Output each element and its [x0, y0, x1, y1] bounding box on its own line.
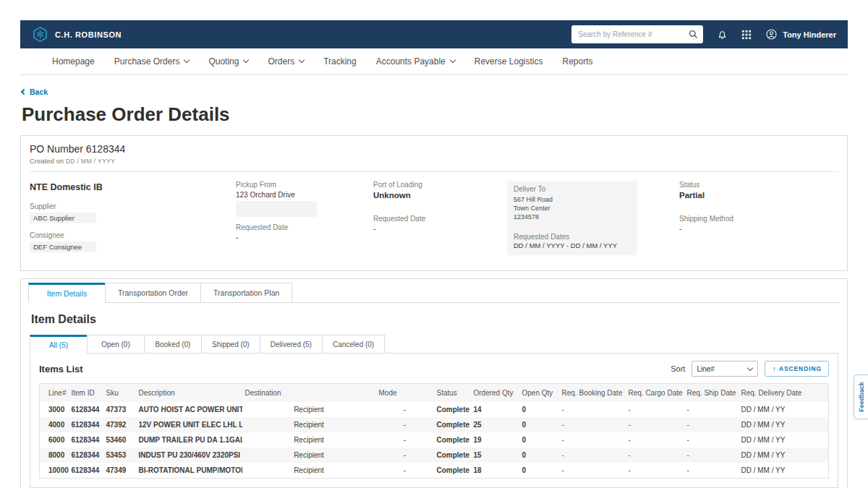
- tab-transportation-plan[interactable]: Transportation Plan: [200, 283, 292, 303]
- user-name: Tony Hinderer: [783, 30, 836, 39]
- cell-req-cargo-date: -: [626, 402, 684, 417]
- user-menu[interactable]: Tony Hinderer: [765, 28, 836, 40]
- cell-req-delivery-date: DD / MM / YY: [739, 417, 829, 432]
- subtab-delivered-5[interactable]: Delivered (5): [260, 335, 323, 354]
- cell-destination: Recipient: [242, 432, 376, 448]
- subtab-open-0[interactable]: Open (0): [87, 335, 145, 354]
- cell-sku: 53460: [103, 432, 136, 448]
- pickup-from-label: Pickup From: [236, 181, 373, 189]
- sort-select[interactable]: Line#: [692, 361, 758, 377]
- column-header-req-cargo-date: Req. Cargo Date: [626, 384, 684, 403]
- nav-item-label: Homepage: [52, 56, 95, 67]
- cell-req-cargo-date: -: [626, 417, 684, 432]
- subtab-all-5[interactable]: All (5): [30, 335, 88, 354]
- cell-req-booking-date: -: [559, 417, 626, 432]
- chevron-down-icon: [243, 57, 249, 63]
- items-panel: Items List Sort Line# ↑ ASCENDING Line#I…: [30, 354, 838, 488]
- feedback-label: Feedback: [858, 382, 865, 412]
- cell-sku: 53453: [103, 448, 136, 463]
- tab-transportation-order[interactable]: Transportation Order: [105, 283, 201, 303]
- cell-description: BI-ROTATIONAL PUMP/MOTOR: [136, 463, 242, 479]
- pickup-from-value: 123 Orchard Drive: [236, 191, 373, 199]
- cell-line: 8000: [40, 448, 69, 463]
- column-header-ordered-qty: Ordered Qty: [471, 384, 519, 403]
- nav-item-quoting[interactable]: Quoting: [208, 56, 248, 67]
- cell-open-qty: 0: [519, 432, 559, 448]
- column-header-destination: Destination: [242, 384, 376, 403]
- topbar-actions: Tony Hinderer: [571, 25, 836, 43]
- column-header-mode: Mode: [376, 384, 434, 403]
- items-panel-head: Items List Sort Line# ↑ ASCENDING: [39, 361, 829, 377]
- chevron-down-icon: [299, 57, 305, 63]
- main-tabs: Item DetailsTransportation OrderTranspor…: [28, 283, 840, 303]
- main-nav: HomepagePurchase OrdersQuotingOrdersTrac…: [20, 48, 848, 75]
- search-input[interactable]: [576, 30, 689, 39]
- order-type: NTE Domestic IB: [30, 182, 236, 192]
- nav-item-label: Quoting: [208, 56, 239, 67]
- nav-item-homepage[interactable]: Homepage: [52, 56, 95, 67]
- po-col-deliver: Deliver To 567 Hill Road Town Center 123…: [507, 181, 655, 260]
- cell-destination: Recipient: [242, 448, 376, 463]
- cell-ordered-qty: 19: [471, 432, 519, 448]
- cell-open-qty: 0: [519, 448, 559, 463]
- cell-req-booking-date: -: [559, 463, 626, 479]
- notifications-bell-icon[interactable]: [717, 29, 728, 40]
- cell-mode: -: [376, 463, 434, 479]
- table-row[interactable]: 8000612834453453INDUST PU 230/460V 2320P…: [40, 448, 829, 463]
- chevron-down-icon: [450, 57, 456, 63]
- cell-status: Complete: [434, 402, 471, 417]
- table-row[interactable]: 400061283444739212V POWER UNIT ELEC LHL …: [40, 417, 829, 432]
- table-row[interactable]: 10000612834447349BI-ROTATIONAL PUMP/MOTO…: [40, 463, 829, 479]
- tab-item-details[interactable]: Item Details: [28, 283, 106, 303]
- cell-req-ship-date: -: [684, 432, 739, 448]
- port-of-loading-label: Port of Loading: [373, 181, 507, 189]
- item-details-tab-body: Item Details All (5)Open (0)Booked (0)Sh…: [21, 313, 847, 488]
- column-header-item-id: Item ID: [69, 384, 103, 403]
- items-table-body: 3000612834447373AUTO HOIST AC POWER UNIT…: [40, 402, 829, 479]
- nav-item-tracking[interactable]: Tracking: [323, 56, 357, 67]
- items-table: Line#Item IDSkuDescriptionDestinationMod…: [39, 383, 829, 479]
- nav-item-purchase-orders[interactable]: Purchase Orders: [114, 56, 190, 67]
- cell-req-delivery-date: DD / MM / YY: [739, 448, 829, 463]
- cell-req-delivery-date: DD / MM / YY: [739, 402, 829, 417]
- user-avatar-icon: [765, 28, 778, 40]
- subtab-shipped-0[interactable]: Shipped (0): [201, 335, 260, 354]
- column-header-open-qty: Open Qty: [519, 384, 559, 403]
- pickup-requested-date-value: -: [236, 234, 373, 241]
- po-detail-grid: NTE Domestic IB Supplier ABC Supplier Co…: [30, 172, 838, 260]
- po-created: Created on DD / MM / YYYY: [30, 157, 838, 165]
- po-col-status: Status Partial Shipping Method -: [655, 181, 838, 260]
- nav-item-reports[interactable]: Reports: [563, 56, 593, 67]
- table-row[interactable]: 3000612834447373AUTO HOIST AC POWER UNIT…: [40, 402, 829, 417]
- cell-line: 6000: [40, 432, 69, 448]
- subtab-booked-0[interactable]: Booked (0): [144, 335, 202, 354]
- nav-item-label: Purchase Orders: [114, 56, 180, 67]
- items-table-header-row: Line#Item IDSkuDescriptionDestinationMod…: [40, 384, 829, 403]
- apps-grid-icon[interactable]: [741, 30, 752, 40]
- po-col-port: Port of Loading Unknown Requested Date -: [373, 181, 507, 260]
- search-icon[interactable]: [689, 30, 698, 39]
- cell-req-cargo-date: -: [626, 432, 684, 448]
- sort-label: Sort: [671, 364, 685, 373]
- port-of-loading-value: Unknown: [373, 191, 507, 200]
- supplier-label: Supplier: [30, 202, 236, 210]
- chrobinson-hexagon-logo-icon: [32, 26, 48, 43]
- back-link[interactable]: Back: [22, 87, 48, 96]
- cell-item-id: 6128344: [69, 463, 103, 479]
- cell-description: 12V POWER UNIT ELEC LHL LG RES: [136, 417, 242, 432]
- table-row[interactable]: 6000612834453460DUMP TRAILER PU DA 1.1GA…: [40, 432, 829, 448]
- cell-open-qty: 0: [519, 402, 559, 417]
- nav-item-orders[interactable]: Orders: [268, 56, 304, 67]
- cell-ordered-qty: 14: [471, 402, 519, 417]
- subtab-canceled-0[interactable]: Canceled (0): [322, 335, 385, 354]
- cell-item-id: 6128344: [69, 432, 103, 448]
- nav-item-reverse-logistics[interactable]: Reverse Logistics: [475, 56, 543, 67]
- brand[interactable]: C.H. ROBINSON: [32, 26, 122, 43]
- feedback-button[interactable]: Feedback: [854, 374, 868, 419]
- sort-direction-button[interactable]: ↑ ASCENDING: [765, 361, 829, 377]
- nav-item-accounts-payable[interactable]: Accounts Payable: [376, 56, 455, 67]
- cell-mode: -: [376, 448, 434, 463]
- arrow-up-icon: ↑: [772, 364, 776, 373]
- cell-line: 3000: [40, 402, 69, 417]
- column-header-sku: Sku: [103, 384, 136, 403]
